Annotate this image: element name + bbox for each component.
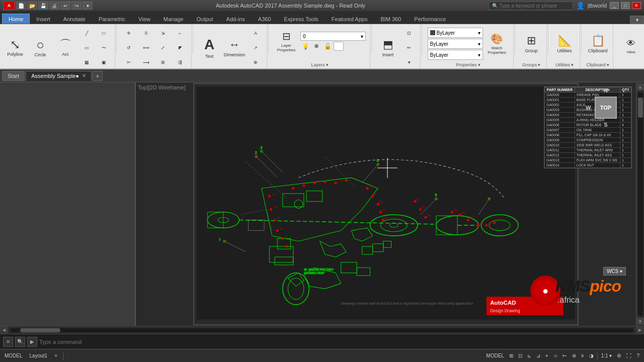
circle-button[interactable]: ○ Circle: [28, 33, 52, 63]
scale-button[interactable]: ⤢: [155, 41, 171, 55]
ellipse-button[interactable]: ⬭: [96, 26, 112, 40]
layout1-tab[interactable]: Layout1: [28, 353, 49, 358]
new-tab-btn[interactable]: +: [93, 71, 103, 81]
right-scrollbar[interactable]: ▲ ▼: [636, 82, 644, 326]
color-dropdown[interactable]: ByLayer▾: [428, 28, 483, 38]
cmd-expand-btn[interactable]: ▶: [27, 337, 37, 347]
h-scroll-thumb[interactable]: [20, 328, 60, 332]
model-tab[interactable]: MODEL: [3, 353, 24, 358]
chamfer-button[interactable]: ◤: [172, 41, 188, 55]
extend-button[interactable]: ⟶: [138, 55, 154, 69]
cmd-close-btn[interactable]: ✕: [3, 337, 13, 347]
edit-block-button[interactable]: ✏: [401, 41, 417, 55]
rotate-button[interactable]: ↺: [121, 41, 137, 55]
viewcube-face[interactable]: TOP: [595, 97, 617, 119]
scroll-right-btn[interactable]: ▶: [636, 326, 644, 334]
new-btn[interactable]: 📄: [16, 2, 26, 10]
layer-lock-button[interactable]: 🔓: [323, 42, 333, 51]
lineweight-btn[interactable]: ≡: [580, 353, 586, 358]
move-button[interactable]: ✛: [121, 26, 137, 40]
polyline-button[interactable]: ⤡ Polyline: [3, 33, 27, 63]
arc-button[interactable]: ⌒ Arc: [53, 33, 77, 63]
layer-properties-button[interactable]: ⊟ LayerProperties: [274, 26, 299, 56]
print-btn[interactable]: 🖨: [49, 2, 59, 10]
qa-dropdown[interactable]: ▾: [83, 2, 93, 10]
view-button[interactable]: 👁 View: [620, 31, 642, 61]
insert-button[interactable]: ⬒ Insert: [376, 33, 400, 63]
v-scroll-thumb[interactable]: [638, 98, 643, 118]
array-button[interactable]: ⊞: [155, 55, 171, 69]
clipboard-button[interactable]: 📋 Clipboard: [586, 29, 610, 59]
fillet-button[interactable]: ⌐: [172, 26, 188, 40]
layers-group-label[interactable]: Layers ▾: [311, 62, 328, 67]
layer-dropdown[interactable]: 0▾: [300, 32, 366, 41]
trim-button[interactable]: ✂: [121, 55, 137, 69]
redo-btn[interactable]: ↪: [71, 2, 82, 10]
dynmode-btn[interactable]: ⊛: [571, 353, 578, 358]
linetype-dropdown[interactable]: ByLayer▾: [428, 39, 483, 49]
mirror-button[interactable]: ⟺: [138, 41, 154, 55]
ribbon-dropdown[interactable]: ▾: [630, 16, 644, 24]
polar-btn[interactable]: ⊿: [535, 353, 542, 358]
new-layout-btn[interactable]: +: [53, 353, 59, 358]
transparency-btn[interactable]: ◑: [588, 353, 595, 358]
assembly-tab[interactable]: Assembly Sample● ✕: [26, 71, 92, 81]
start-tab[interactable]: Start: [2, 71, 25, 81]
mtext-button[interactable]: A: [248, 26, 264, 40]
tab-express[interactable]: Express Tools: [278, 14, 325, 24]
tab-insert[interactable]: Insert: [30, 14, 57, 24]
search-input[interactable]: [499, 3, 570, 9]
gradient-button[interactable]: ▣: [96, 55, 112, 69]
ortho-btn[interactable]: ⊾: [526, 353, 533, 358]
tab-manage[interactable]: Manage: [157, 14, 190, 24]
save-btn[interactable]: 💾: [38, 2, 48, 10]
utilities-group-label[interactable]: Utilities ▾: [555, 62, 574, 67]
tab-a360[interactable]: A360: [252, 14, 278, 24]
wcs-indicator[interactable]: WCS ▾: [603, 267, 626, 276]
tab-featured[interactable]: Featured Apps: [325, 14, 374, 24]
tab-output[interactable]: Output: [190, 14, 220, 24]
open-btn[interactable]: 📂: [27, 2, 37, 10]
minimize-btn[interactable]: _: [610, 2, 619, 9]
layer-off-button[interactable]: 💡: [300, 42, 310, 51]
center-button[interactable]: ⊕: [248, 55, 264, 69]
canvas-area[interactable]: Top][2D Wireframe]: [136, 82, 636, 326]
offset-button[interactable]: ⇶: [172, 55, 188, 69]
tab-annotate[interactable]: Annotate: [57, 14, 92, 24]
autocad-logo[interactable]: A: [3, 1, 15, 10]
utilities-button[interactable]: 📐 Utilities: [552, 29, 577, 59]
copy-button[interactable]: ⎘: [138, 26, 154, 40]
scroll-up-btn[interactable]: ▲: [637, 83, 644, 90]
tab-addins[interactable]: Add-ins: [220, 14, 252, 24]
viewcube[interactable]: N W TOP S: [586, 87, 626, 128]
close-btn[interactable]: ✕: [632, 2, 641, 9]
snap-btn[interactable]: ⊡: [517, 353, 524, 358]
ducs-btn[interactable]: ⊢: [561, 353, 569, 358]
stretch-button[interactable]: ⇲: [155, 26, 171, 40]
tab-view[interactable]: View: [132, 14, 157, 24]
model-space-btn[interactable]: MODEL: [485, 353, 506, 358]
help-btn[interactable]: ?: [635, 353, 641, 358]
clipboard-group-label[interactable]: Clipboard ▾: [586, 62, 609, 67]
settings-btn[interactable]: ⚙: [615, 353, 623, 358]
leader-button[interactable]: ↗: [248, 41, 264, 55]
create-block-button[interactable]: ⊡: [401, 26, 417, 40]
undo-btn[interactable]: ↩: [60, 2, 70, 10]
tab-parametric[interactable]: Parametric: [92, 14, 132, 24]
dimension-button[interactable]: ↔ Dimension: [222, 33, 247, 63]
cmd-search-btn[interactable]: 🔍: [15, 337, 25, 347]
match-properties-button[interactable]: 🎨 MatchProperties: [485, 29, 509, 59]
fullscreen-btn[interactable]: ⛶: [625, 353, 633, 358]
osnap-btn[interactable]: ⌖: [544, 353, 550, 359]
rectangle-button[interactable]: ▭: [78, 41, 95, 55]
group-button[interactable]: ⊞ Group: [519, 29, 543, 59]
otrack-btn[interactable]: ⊹: [552, 353, 559, 358]
grid-btn[interactable]: ⊞: [508, 353, 515, 358]
line-button[interactable]: ╱: [78, 26, 95, 40]
tab-performance[interactable]: Performance: [408, 14, 452, 24]
scale-btn[interactable]: 1:1 ▾: [600, 353, 614, 358]
layer-color-button[interactable]: [334, 42, 344, 51]
tab-home[interactable]: Home: [2, 14, 30, 24]
scroll-down-btn[interactable]: ▼: [637, 318, 644, 325]
tab-bim360[interactable]: BIM 360: [374, 14, 408, 24]
